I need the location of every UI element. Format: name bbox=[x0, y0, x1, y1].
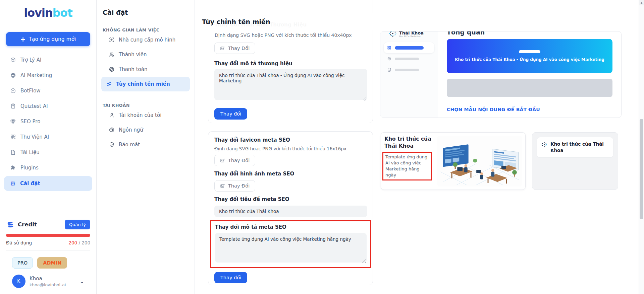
plus-icon: + bbox=[20, 36, 26, 43]
seo-share-preview-card: Kho tri thức của Thái Khoa Template ứng … bbox=[381, 132, 526, 190]
seo-preview-description: Template ứng dụng AI vào công việc Marke… bbox=[385, 154, 429, 178]
settings-item-label: Bảo mật bbox=[119, 142, 140, 148]
skeleton-bar bbox=[395, 69, 419, 71]
credit-progress-bar bbox=[6, 234, 90, 237]
sidebar-item-tro-ly-ai[interactable]: Trợ Lý AI bbox=[0, 52, 96, 68]
settings-item-domain[interactable]: Tùy chỉnh tên miền bbox=[101, 77, 190, 91]
cube-icon bbox=[10, 57, 16, 63]
sidebar-item-label: AI Marketing bbox=[20, 72, 52, 78]
app-window: lovinbot + Tạo ứng dụng mới Trợ Lý AI AI… bbox=[0, 0, 644, 294]
preview-menu-item-active bbox=[384, 42, 434, 53]
brand-image-change-button[interactable]: Thay Đổi bbox=[214, 43, 255, 54]
settings-item-label: Tài khoản của tôi bbox=[119, 112, 161, 118]
grid-icon bbox=[10, 134, 16, 140]
sidebar-item-label: Tài Liệu bbox=[20, 149, 40, 155]
brand-desc-label: Thay đổi mô tả thương hiệu bbox=[214, 61, 292, 67]
create-app-button[interactable]: + Tạo ứng dụng mới bbox=[6, 32, 90, 46]
thai-khoa-logo-icon bbox=[388, 31, 397, 39]
brand-logo[interactable]: lovinbot bbox=[0, 0, 96, 26]
settings-item-label: Thanh toán bbox=[119, 66, 147, 72]
coins-icon bbox=[6, 221, 15, 228]
settings-item-language[interactable]: Ngôn ngữ bbox=[101, 123, 191, 137]
embed-preview-card: Kho tri thức của Thái Khoa bbox=[532, 132, 618, 190]
choose-template-link[interactable]: CHỌN MẪU NỘI DUNG ĐỂ BẮT ĐẦU bbox=[447, 107, 540, 112]
chevron-down-icon[interactable]: ⌄ bbox=[80, 278, 84, 285]
change-button-label: Thay Đổi bbox=[228, 46, 250, 51]
credit-manage-button[interactable]: Quản lý bbox=[65, 220, 90, 229]
user-email: khoa@lovinbot.ai bbox=[30, 282, 66, 287]
page-header: Tùy chỉnh tên miền bbox=[195, 13, 639, 30]
thai-khoa-logo-icon bbox=[541, 141, 547, 149]
shield-check-icon bbox=[109, 142, 115, 148]
sidebar-item-plugins[interactable]: Plugins bbox=[0, 160, 96, 175]
cube-icon bbox=[387, 57, 391, 61]
grid-icon bbox=[387, 46, 391, 50]
brand-preview-panel: Thái Khoa Gen AI For Marketing bbox=[380, 31, 622, 118]
seo-desc-textarea[interactable]: Template ứng dụng AI vào công việc Marke… bbox=[215, 233, 367, 263]
change-button-label: Thay Đổi bbox=[228, 158, 250, 163]
credit-total-value: / 200 bbox=[77, 240, 90, 245]
settings-item-label: Ngôn ngữ bbox=[119, 127, 143, 133]
sidebar-item-botflow[interactable]: BotFlow bbox=[0, 83, 96, 98]
model-provider-icon bbox=[109, 37, 115, 43]
seo-image-change-button[interactable]: Thay Đổi bbox=[214, 180, 255, 192]
scrollbar-thumb[interactable] bbox=[640, 119, 643, 219]
avatar: K bbox=[12, 275, 25, 288]
seo-title-input[interactable]: Kho tri thức của Thái Khoa bbox=[214, 206, 367, 217]
settings-item-security[interactable]: Bảo mật bbox=[101, 137, 191, 152]
logo-part-bot: bot bbox=[53, 6, 72, 19]
skeleton-bar bbox=[395, 58, 419, 60]
settings-section-workspace: KHÔNG GIAN LÀM VIỆC bbox=[101, 27, 191, 32]
vertical-scrollbar[interactable]: ▲ bbox=[639, 0, 644, 294]
annotation-red-rectangle: Template ứng dụng AI vào công việc Marke… bbox=[382, 152, 432, 180]
role-badge: ADMIN bbox=[37, 257, 67, 269]
sidebar-item-tai-lieu[interactable]: Tài Liệu bbox=[0, 145, 96, 160]
image-plus-icon bbox=[220, 46, 225, 51]
seo-title-label: Thay đổi tiêu đề meta SEO bbox=[214, 196, 367, 202]
seo-submit-button[interactable]: Thay đổi bbox=[214, 272, 247, 283]
favicon-hint: Định dạng SVG hoặc PNG với kích thước tố… bbox=[214, 146, 367, 151]
gear-icon: ⚙ bbox=[10, 180, 16, 187]
clipboard-question-icon bbox=[10, 103, 16, 109]
settings-item-label: Nhà cung cấp mô hình bbox=[119, 37, 175, 43]
settings-item-billing[interactable]: Thanh toán bbox=[101, 62, 191, 77]
main-content: Tùy chỉnh thương hiệu Store Thay đổi Hìn… bbox=[195, 0, 644, 294]
gem-icon bbox=[10, 119, 16, 125]
sidebar-item-ai-marketing[interactable]: AI Marketing bbox=[0, 68, 96, 83]
main-sidebar: lovinbot + Tạo ứng dụng mới Trợ Lý AI AI… bbox=[0, 0, 97, 294]
seo-desc-label: Thay đổi mô tả meta SEO bbox=[215, 224, 367, 230]
image-plus-icon bbox=[220, 183, 225, 189]
brand-submit-button[interactable]: Thay đổi bbox=[214, 108, 247, 120]
skeleton-bar bbox=[395, 46, 424, 50]
brand-desc-textarea[interactable]: Kho tri thức của Thái Khoa - Ứng dụng AI… bbox=[214, 69, 367, 100]
settings-item-label: Thành viên bbox=[119, 52, 147, 58]
logo-part-lovin: lovin bbox=[24, 6, 52, 19]
annotation-red-rectangle: Thay đổi mô tả meta SEO Template ứng dụn… bbox=[210, 220, 371, 268]
preview-placeholder-block bbox=[447, 79, 612, 97]
user-menu[interactable]: K Khoa khoa@lovinbot.ai ⌄ bbox=[6, 271, 90, 294]
preview-menu-item bbox=[384, 64, 434, 75]
preview-heading: Tổng quan bbox=[447, 31, 612, 36]
domain-icon bbox=[106, 81, 112, 87]
billing-coin-icon bbox=[109, 66, 115, 72]
settings-item-my-account[interactable]: Tài khoản của tôi bbox=[101, 108, 191, 123]
brand-format-hint: Định dạng SVG hoặc PNG với kích thước tố… bbox=[215, 32, 362, 38]
sidebar-item-label: Trợ Lý AI bbox=[20, 57, 41, 63]
sidebar-item-seo-pro[interactable]: SEO Pro bbox=[0, 114, 96, 129]
settings-item-label: Tùy chỉnh tên miền bbox=[116, 81, 170, 87]
sidebar-item-cai-dat[interactable]: ⚙ Cài đặt bbox=[4, 176, 92, 191]
settings-item-members[interactable]: Thành viên bbox=[101, 47, 191, 62]
sphere-icon bbox=[10, 72, 16, 78]
settings-item-model-provider[interactable]: Nhà cung cấp mô hình bbox=[101, 32, 191, 47]
preview-menu-item bbox=[384, 53, 434, 64]
favicon-change-button[interactable]: Thay Đổi bbox=[214, 155, 255, 166]
seo-image-label: Thay đổi hình ảnh meta SEO bbox=[214, 171, 367, 177]
credit-section: Credit Quản lý Đã sử dụng 200 / 200 PRO … bbox=[0, 220, 96, 294]
sidebar-item-thu-vien-ai[interactable]: Thư Viện AI bbox=[0, 129, 96, 145]
sidebar-item-quiztest[interactable]: Quiztest AI bbox=[0, 98, 96, 114]
scrollbar-up-arrow[interactable]: ▲ bbox=[639, 0, 644, 5]
members-icon bbox=[109, 52, 115, 58]
user-name: Khoa bbox=[30, 276, 66, 282]
sidebar-nav: Trợ Lý AI AI Marketing BotFlow Quiztest … bbox=[0, 52, 96, 192]
database-icon bbox=[387, 68, 391, 72]
